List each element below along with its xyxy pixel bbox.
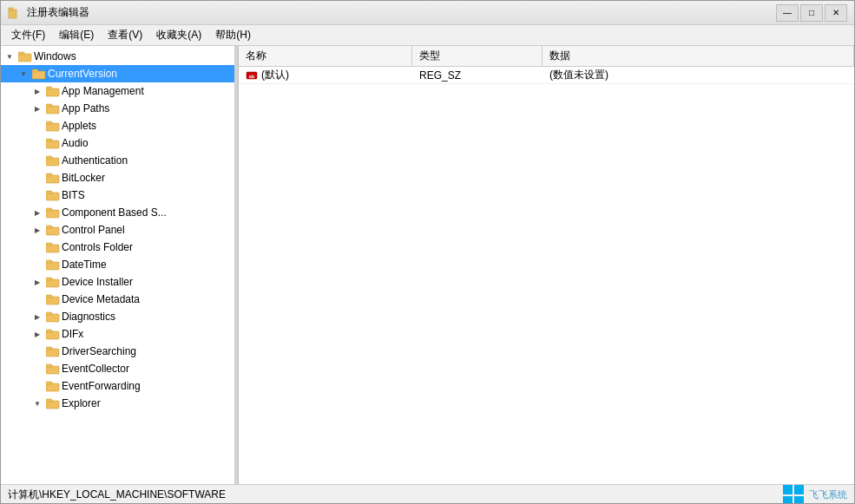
tree-item-difx[interactable]: DIFx — [1, 325, 234, 343]
menu-favorites[interactable]: 收藏夹(A) — [149, 26, 208, 45]
svg-rect-41 — [46, 382, 52, 384]
expand-arrow-eventforwarding — [30, 379, 44, 393]
detail-cell-name: ab (默认) — [239, 68, 412, 82]
folder-icon-explorer — [46, 397, 60, 409]
tree-item-driversearching[interactable]: DriverSearching — [1, 343, 234, 360]
tree-item-eventforwarding[interactable]: EventForwarding — [1, 377, 234, 395]
expand-arrow-apppaths[interactable] — [30, 101, 44, 115]
folder-icon-componentbased — [46, 206, 60, 219]
folder-icon-audio — [46, 137, 60, 149]
tree-item-bitlocker[interactable]: BitLocker — [1, 169, 234, 187]
expand-arrow-bits — [30, 188, 44, 202]
title-bar: 注册表编辑器 — □ ✕ — [1, 1, 854, 25]
expand-arrow-applets — [30, 119, 44, 133]
svg-rect-22 — [46, 227, 59, 235]
tree-item-bits[interactable]: BITS — [1, 187, 234, 204]
folder-icon-applets — [46, 120, 60, 132]
tree-item-componentbased[interactable]: Component Based S... — [1, 204, 234, 221]
tree-panel[interactable]: Windows CurrentVersion App Management — [1, 46, 235, 484]
svg-rect-24 — [46, 245, 59, 252]
tree-item-apppaths[interactable]: App Paths — [1, 100, 234, 117]
tree-label-devicemetadata: Device Metadata — [62, 293, 140, 305]
menu-file[interactable]: 文件(F) — [4, 26, 52, 45]
menu-view[interactable]: 查看(V) — [101, 26, 149, 45]
svg-rect-36 — [46, 349, 59, 357]
expand-arrow-controlpanel[interactable] — [30, 223, 44, 237]
tree-label-apppaths: App Paths — [62, 102, 109, 115]
svg-rect-8 — [46, 106, 59, 114]
svg-rect-12 — [46, 141, 59, 148]
svg-rect-6 — [46, 88, 59, 96]
menu-help[interactable]: 帮助(H) — [208, 26, 258, 45]
tree-label-controlsfolder: Controls Folder — [62, 241, 133, 253]
folder-icon-apppaths — [46, 102, 60, 115]
tree-item-explorer[interactable]: Explorer — [1, 395, 234, 412]
tree-label-authentication: Authentication — [62, 154, 128, 167]
tree-label-difx: DIFx — [62, 328, 83, 340]
svg-rect-38 — [46, 366, 59, 374]
expand-arrow-appmanagement[interactable] — [30, 84, 44, 98]
tree-item-currentversion[interactable]: CurrentVersion — [1, 65, 234, 82]
col-header-type: 类型 — [412, 46, 543, 66]
detail-cell-type: REG_SZ — [412, 69, 543, 82]
menu-edit[interactable]: 编辑(E) — [52, 26, 101, 45]
expand-arrow-diagnostics[interactable] — [30, 310, 44, 324]
tree-label-deviceinstaller: Device Installer — [62, 276, 133, 288]
svg-rect-14 — [46, 158, 59, 166]
tree-item-controlpanel[interactable]: Control Panel — [1, 221, 234, 239]
tree-label-windows: Windows — [34, 50, 76, 62]
tree-item-eventcollector[interactable]: EventCollector — [1, 360, 234, 377]
app-icon — [8, 6, 22, 20]
tree-item-devicemetadata[interactable]: Device Metadata — [1, 291, 234, 308]
tree-item-deviceinstaller[interactable]: Device Installer — [1, 273, 234, 291]
detail-cell-data: (数值未设置) — [543, 68, 854, 82]
tree-item-datetime[interactable]: DateTime — [1, 256, 234, 273]
folder-icon-bitlocker — [46, 172, 60, 184]
detail-header: 名称 类型 数据 — [239, 46, 854, 67]
expand-arrow-currentversion[interactable] — [16, 67, 30, 81]
folder-icon-authentication — [46, 154, 60, 167]
expand-arrow-windows[interactable] — [3, 49, 16, 63]
close-button[interactable]: ✕ — [825, 4, 847, 22]
svg-rect-46 — [783, 485, 793, 494]
svg-rect-25 — [46, 243, 52, 245]
folder-icon-eventforwarding — [46, 380, 60, 392]
svg-rect-15 — [46, 156, 52, 159]
expand-arrow-audio — [30, 136, 44, 150]
tree-item-appmanagement[interactable]: App Management — [1, 82, 234, 100]
maximize-button[interactable]: □ — [800, 4, 823, 22]
svg-rect-49 — [794, 496, 804, 505]
folder-icon-controlsfolder — [46, 241, 60, 253]
title-bar-left: 注册表编辑器 — [8, 5, 89, 20]
expand-arrow-deviceinstaller[interactable] — [30, 275, 44, 289]
folder-icon-difx — [46, 328, 60, 340]
expand-arrow-driversearching — [30, 344, 44, 358]
svg-rect-5 — [32, 69, 38, 72]
svg-rect-47 — [794, 485, 804, 494]
tree-item-windows[interactable]: Windows — [1, 48, 234, 65]
tree-label-appmanagement: App Management — [62, 85, 144, 97]
svg-rect-37 — [46, 347, 52, 350]
svg-rect-31 — [46, 295, 52, 298]
svg-rect-3 — [18, 52, 24, 55]
tree-item-diagnostics[interactable]: Diagnostics — [1, 308, 234, 325]
minimize-button[interactable]: — — [776, 4, 799, 22]
title-controls: — □ ✕ — [776, 4, 847, 22]
menu-bar: 文件(F) 编辑(E) 查看(V) 收藏夹(A) 帮助(H) — [1, 25, 854, 46]
svg-rect-13 — [46, 139, 52, 141]
svg-rect-17 — [46, 173, 52, 176]
tree-item-audio[interactable]: Audio — [1, 134, 234, 152]
tree-item-applets[interactable]: Applets — [1, 117, 234, 134]
detail-row-default[interactable]: ab (默认) REG_SZ (数值未设置) — [239, 67, 854, 84]
expand-arrow-difx[interactable] — [30, 327, 44, 341]
svg-rect-9 — [46, 104, 52, 107]
svg-rect-29 — [46, 278, 52, 280]
svg-rect-32 — [46, 314, 59, 322]
tree-item-authentication[interactable]: Authentication — [1, 152, 234, 169]
tree-item-controlsfolder[interactable]: Controls Folder — [1, 239, 234, 256]
folder-icon-deviceinstaller — [46, 276, 60, 288]
expand-arrow-explorer[interactable] — [30, 396, 44, 410]
folder-icon-diagnostics — [46, 311, 60, 323]
svg-rect-2 — [18, 54, 31, 62]
expand-arrow-componentbased[interactable] — [30, 206, 44, 219]
